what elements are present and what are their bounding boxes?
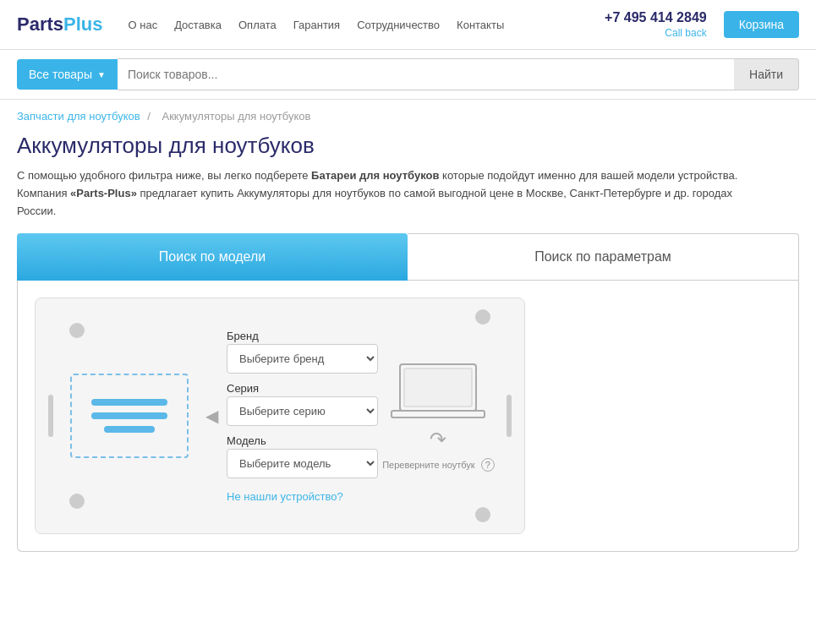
illustration-area: ◀ Бренд Выберите бренд Серия Выберите се… — [35, 297, 525, 534]
model-label: Модель — [227, 434, 378, 447]
circle-bottom-right — [475, 507, 490, 522]
side-bar-left — [48, 395, 53, 437]
circle-top-left — [69, 323, 85, 338]
logo-parts: Parts — [17, 14, 63, 35]
logo-plus: Plus — [63, 14, 102, 35]
dropdown-form: Бренд Выберите бренд Серия Выберите сери… — [227, 330, 378, 503]
filter-panel: ◀ Бренд Выберите бренд Серия Выберите се… — [17, 281, 799, 552]
page-description: С помощью удобного фильтра ниже, вы легк… — [0, 167, 761, 233]
nav-cooperation[interactable]: Сотрудничество — [357, 19, 440, 31]
dashed-line-3 — [104, 426, 155, 433]
search-button[interactable]: Найти — [734, 58, 799, 90]
dashed-box-area — [61, 374, 197, 458]
page-title: Аккумуляторы для ноутбуков — [0, 128, 816, 167]
series-field: Серия Выберите серию — [227, 382, 378, 426]
callback-link[interactable]: Call back — [665, 27, 706, 39]
series-select[interactable]: Выберите серию — [227, 396, 378, 426]
breadcrumb-separator: / — [147, 110, 151, 123]
laptop-area: ↶ Переверните ноутбук ? — [378, 360, 499, 472]
side-bar-right — [507, 395, 512, 437]
dashed-line-2 — [91, 412, 167, 419]
phone-block: +7 495 414 2849 Call back — [605, 10, 707, 39]
tab-param-search[interactable]: Поиск по параметрам — [408, 233, 799, 281]
laptop-svg — [387, 360, 489, 428]
tab-buttons: Поиск по модели Поиск по параметрам — [17, 233, 799, 281]
nav-contacts[interactable]: Контакты — [457, 19, 504, 31]
arrow-icon: ◀ — [205, 406, 218, 426]
header: Parts Plus О нас Доставка Оплата Гаранти… — [0, 0, 816, 50]
not-found-link[interactable]: Не нашли устройство? — [227, 490, 378, 503]
breadcrumb: Запчасти для ноутбуков / Аккумуляторы дл… — [0, 100, 816, 128]
search-input[interactable] — [118, 58, 734, 90]
header-right: +7 495 414 2849 Call back Корзина — [605, 10, 799, 39]
main-nav: О нас Доставка Оплата Гарантия Сотруднич… — [129, 19, 605, 31]
breadcrumb-parent[interactable]: Запчасти для ноутбуков — [17, 110, 140, 123]
svg-rect-2 — [392, 411, 485, 418]
model-select[interactable]: Выберите модель — [227, 449, 378, 478]
help-icon[interactable]: ? — [481, 458, 495, 472]
svg-rect-1 — [404, 368, 472, 407]
dashed-box — [70, 374, 189, 458]
brand-field: Бренд Выберите бренд — [227, 330, 378, 374]
cart-button[interactable]: Корзина — [724, 11, 799, 38]
logo[interactable]: Parts Plus — [17, 14, 103, 35]
search-bar: Все товары ▼ Найти — [0, 50, 816, 100]
chevron-down-icon: ▼ — [97, 70, 106, 79]
breadcrumb-current: Аккумуляторы для ноутбуков — [162, 110, 311, 123]
series-label: Серия — [227, 382, 378, 395]
model-field: Модель Выберите модель — [227, 434, 378, 478]
dashed-line-1 — [91, 399, 167, 406]
circle-top-right — [475, 309, 490, 325]
phone-number: +7 495 414 2849 — [605, 10, 707, 25]
laptop-label: Переверните ноутбук ? — [382, 458, 495, 472]
nav-about[interactable]: О нас — [129, 19, 158, 31]
curved-arrow-icon: ↶ — [430, 428, 446, 451]
nav-warranty[interactable]: Гарантия — [293, 19, 340, 31]
nav-payment[interactable]: Оплата — [238, 19, 277, 31]
brand-label: Бренд — [227, 330, 378, 342]
circle-bottom-left — [69, 494, 85, 509]
tab-model-search[interactable]: Поиск по модели — [17, 233, 408, 281]
brand-select[interactable]: Выберите бренд — [227, 344, 378, 374]
all-goods-button[interactable]: Все товары ▼ — [17, 59, 118, 90]
all-goods-label: Все товары — [29, 68, 92, 81]
nav-delivery[interactable]: Доставка — [174, 19, 222, 31]
